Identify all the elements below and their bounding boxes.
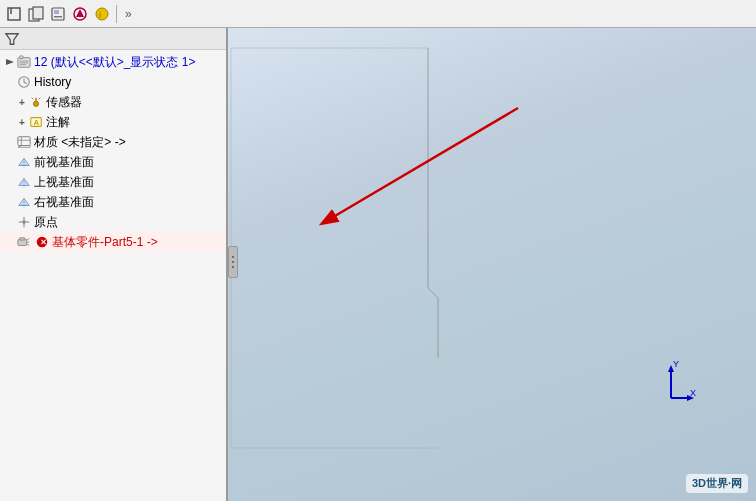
toolbar-icon-4[interactable] <box>70 4 90 24</box>
svg-text:i: i <box>99 10 101 20</box>
svg-rect-6 <box>54 16 62 18</box>
svg-text:X: X <box>690 388 696 398</box>
svg-rect-5 <box>54 10 59 14</box>
toolbar: i » <box>0 0 756 28</box>
material-icon <box>16 134 32 150</box>
svg-point-37 <box>22 220 26 224</box>
viewport-sketch <box>228 28 756 501</box>
toolbar-icon-5[interactable]: i <box>92 4 112 24</box>
tree-item-material[interactable]: 材质 <未指定> -> <box>0 132 226 152</box>
svg-rect-14 <box>18 58 30 68</box>
right-plane-label: 右视基准面 <box>34 194 94 211</box>
svg-line-56 <box>323 108 518 223</box>
sensor-icon <box>28 94 44 110</box>
history-label: History <box>34 75 71 89</box>
origin-icon <box>16 214 32 230</box>
root-label: 12 (默认<<默认>_显示状态 1> <box>34 54 195 71</box>
history-icon <box>16 74 32 90</box>
tree-item-history[interactable]: History <box>0 72 226 92</box>
filter-bar <box>0 28 226 50</box>
svg-text:»: » <box>125 7 132 21</box>
svg-rect-3 <box>33 7 43 19</box>
svg-line-22 <box>32 98 34 100</box>
annotation-label: 注解 <box>46 114 70 131</box>
origin-label: 原点 <box>34 214 58 231</box>
tree-item-annotation[interactable]: + A 注解 <box>0 112 226 132</box>
svg-text:Y: Y <box>673 359 679 369</box>
watermark-text: 3D世界·网 <box>692 477 742 489</box>
more-icon[interactable]: » <box>121 4 141 24</box>
svg-marker-13 <box>6 59 14 65</box>
front-plane-label: 前视基准面 <box>34 154 94 171</box>
panel-resize-handle[interactable] <box>228 246 238 278</box>
svg-point-9 <box>96 8 108 20</box>
svg-text:✕: ✕ <box>40 238 47 247</box>
viewport-background: Y X 3D世界·网 <box>228 28 756 501</box>
svg-rect-15 <box>20 56 24 59</box>
svg-rect-0 <box>8 8 20 20</box>
svg-line-23 <box>39 98 41 100</box>
axis-indicator: Y X <box>646 358 696 411</box>
watermark: 3D世界·网 <box>686 474 748 493</box>
front-plane-icon <box>16 154 32 170</box>
sensor-expand[interactable]: + <box>16 96 28 108</box>
left-panel: 12 (默认<<默认>_显示状态 1> History + <box>0 28 228 501</box>
svg-rect-39 <box>20 238 25 241</box>
part-icon <box>16 234 32 250</box>
tree-item-origin[interactable]: 原点 <box>0 212 226 232</box>
toolbar-icon-1[interactable] <box>4 4 24 24</box>
tree-root[interactable]: 12 (默认<<默认>_显示状态 1> <box>0 52 226 72</box>
svg-point-20 <box>33 101 38 106</box>
svg-text:A: A <box>33 118 39 127</box>
svg-marker-8 <box>76 9 84 17</box>
filter-icon[interactable] <box>4 31 20 47</box>
toolbar-icon-2[interactable] <box>26 4 46 24</box>
svg-line-52 <box>428 288 438 298</box>
tree-item-base-part[interactable]: ✕ 基体零件-Part5-1 -> <box>0 232 226 252</box>
tree-item-front-plane[interactable]: 前视基准面 <box>0 152 226 172</box>
root-expand-arrow[interactable] <box>4 56 16 68</box>
top-plane-label: 上视基准面 <box>34 174 94 191</box>
main-area: 12 (默认<<默认>_显示状态 1> History + <box>0 28 756 501</box>
tree-item-sensor[interactable]: + 传感器 <box>0 92 226 112</box>
root-icon <box>16 54 32 70</box>
top-plane-icon <box>16 174 32 190</box>
base-part-label: 基体零件-Part5-1 -> <box>52 234 158 251</box>
toolbar-icon-3[interactable] <box>48 4 68 24</box>
tree-item-right-plane[interactable]: 右视基准面 <box>0 192 226 212</box>
feature-tree: 12 (默认<<默认>_显示状态 1> History + <box>0 50 226 501</box>
error-icon: ✕ <box>34 234 50 250</box>
sensor-label: 传感器 <box>46 94 82 111</box>
right-plane-icon <box>16 194 32 210</box>
material-label: 材质 <未指定> -> <box>34 134 126 151</box>
svg-line-41 <box>27 239 30 241</box>
svg-rect-26 <box>18 137 30 146</box>
annotation-icon: A <box>28 114 44 130</box>
viewport: Y X 3D世界·网 <box>228 28 756 501</box>
annotation-expand[interactable]: + <box>16 116 28 128</box>
svg-marker-12 <box>6 33 18 44</box>
tree-item-top-plane[interactable]: 上视基准面 <box>0 172 226 192</box>
